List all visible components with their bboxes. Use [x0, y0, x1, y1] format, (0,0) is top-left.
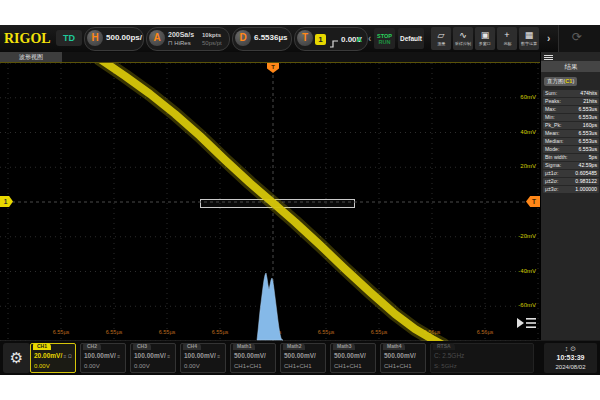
channel-box-ch3[interactable]: CH3100.00mV/ ≡0.00V	[130, 343, 176, 373]
stat-label: Sigma:	[545, 162, 561, 169]
channel-coupling-icons: ≡	[216, 353, 220, 359]
channel-box-math3[interactable]: Math3500.00mV/CH1+CH1	[330, 343, 376, 373]
stat-row: Mean:6.553us	[543, 130, 599, 137]
acquisition-control[interactable]: A 200Sa/s ⊓ HiRes 10kpts 50ps/pt	[146, 27, 230, 51]
stat-value: 6.553us	[579, 130, 597, 137]
channel-coupling-icons: ≡	[116, 353, 120, 359]
channel-box-math2[interactable]: Math2500.00mV/CH1+CH1	[280, 343, 326, 373]
channel-scale: 500.00mV/	[384, 352, 416, 359]
stat-row: Min:6.553us	[543, 114, 599, 121]
results-header: 结果	[541, 61, 600, 72]
stat-row: Median:6.553us	[543, 138, 599, 145]
trigger-control[interactable]: T 1 0.00V A	[294, 27, 368, 51]
channel-name: Math4	[383, 343, 405, 350]
channel-offset: 0.00V	[134, 363, 150, 369]
a-knob-icon[interactable]: A	[149, 30, 165, 46]
stat-value: 474hits	[580, 90, 597, 97]
chip-prefix: 直方图(	[547, 78, 565, 84]
top-bar: RIGOL TD H 500.00ps/ A 200Sa/s ⊓ HiRes 1…	[0, 25, 600, 53]
tool-button-digital-operation[interactable]: ▦数字运算	[519, 27, 539, 50]
stat-row: μ±1σ:0.605485	[543, 170, 599, 177]
acquire-control-icon: ∿	[459, 30, 467, 41]
waveform-display[interactable]: 6.55µs6.55µs6.55µs6.55µs6.55µs6.55µs6.55…	[0, 62, 540, 341]
channel-offset: 0.00V	[34, 363, 50, 369]
beeper-icon: ⊙	[570, 345, 576, 352]
stat-value: 160ps	[583, 122, 597, 129]
channel-offset: CH1+CH1	[334, 363, 362, 369]
trigger-sweep-mode: A	[356, 35, 362, 44]
channel-scale: 100.00mV/ ≡	[134, 352, 170, 359]
stat-row: Peaks:21hits	[543, 98, 599, 105]
hamburger-icon[interactable]	[544, 54, 553, 61]
stat-row: Sum:474hits	[543, 90, 599, 97]
channel-box-rtsa[interactable]: RTSAC: 2.5GHzS: 5GHz	[430, 343, 534, 373]
trigger-delay-value: 6.5536µs	[254, 33, 288, 42]
tab-waveform-view[interactable]: 波形视图	[0, 52, 62, 62]
h-knob-icon[interactable]: H	[87, 30, 103, 46]
channel-scale: 500.00mV/	[234, 352, 266, 359]
horizontal-scale-control[interactable]: H 500.00ps/	[84, 27, 144, 51]
stat-label: Max:	[545, 106, 556, 113]
channel-scale: 100.00mV/ ≡	[84, 352, 120, 359]
measure-icon: ▱	[438, 30, 445, 41]
histogram-source-chip[interactable]: 直方图(C1)	[544, 77, 577, 86]
channel-offset: CH1+CH1	[234, 363, 262, 369]
tool-button-acquire-control[interactable]: ∿采样控制	[453, 27, 473, 50]
trigger-mode-indicator[interactable]: TD	[56, 30, 82, 46]
default-button[interactable]: Default	[398, 28, 424, 49]
run-stop-button[interactable]: STOP RUN	[374, 28, 395, 49]
channel-coupling-icons: ≡ Ω	[62, 353, 71, 359]
chevron-right-icon[interactable]: ›	[547, 33, 550, 44]
chip-suffix: )	[572, 78, 574, 84]
channel-offset: 0.00V	[84, 363, 100, 369]
trigger-delay-control[interactable]: D 6.5536µs	[232, 27, 292, 51]
refresh-icon[interactable]: ⟳	[572, 30, 582, 44]
channel-offset: S: 5GHz	[434, 363, 457, 369]
settings-gear-button[interactable]: ⚙	[3, 343, 30, 373]
tool-button-cursor[interactable]: +光标	[497, 27, 517, 50]
channel-box-ch1[interactable]: CH120.00mV/ ≡ Ω0.00V	[30, 343, 76, 373]
channel-name: CH3	[133, 343, 151, 350]
channel-name: CH1	[33, 343, 51, 350]
run-label: RUN	[379, 39, 391, 45]
channel-offset: 0.00V	[184, 363, 200, 369]
channel-box-ch2[interactable]: CH2100.00mV/ ≡0.00V	[80, 343, 126, 373]
tool-label: 采样控制	[455, 41, 471, 46]
channel-offset: CH1+CH1	[384, 363, 412, 369]
results-panel: 结果 直方图(C1) Sum:474hitsPeaks:21hitsMax:6.…	[540, 52, 600, 340]
stat-row: μ±2σ:0.983122	[543, 178, 599, 185]
stat-label: Median:	[545, 138, 563, 145]
oscilloscope-screen: RIGOL TD H 500.00ps/ A 200Sa/s ⊓ HiRes 1…	[0, 25, 600, 375]
tool-button-measure[interactable]: ▱测量	[431, 27, 451, 50]
channel-name: RTSA	[433, 343, 455, 350]
toolbar-icons: ▱测量∿采样控制▣多窗口+光标▦数字运算	[431, 27, 539, 50]
stat-value: 42.59ps	[579, 162, 597, 169]
d-knob-icon[interactable]: D	[235, 30, 251, 46]
tool-button-multi-window[interactable]: ▣多窗口	[475, 27, 495, 50]
stat-row: Pk_Pk:160ps	[543, 122, 599, 129]
trigger-slope-icon	[329, 35, 339, 53]
channel-box-math1[interactable]: Math1500.00mV/CH1+CH1	[230, 343, 276, 373]
t-knob-icon[interactable]: T	[297, 30, 313, 46]
stat-label: μ±1σ:	[545, 170, 558, 177]
channel-scale: 100.00mV/ ≡	[184, 352, 220, 359]
stat-label: μ±3σ:	[545, 186, 558, 193]
stat-row: Sigma:42.59ps	[543, 162, 599, 169]
channel-offset: CH1+CH1	[284, 363, 312, 369]
sample-interval: 50ps/pt	[202, 39, 222, 47]
status-clock-box[interactable]: ↕ ⊙ 10:53:39 2024/08/02	[544, 343, 597, 373]
screenshot-page: RIGOL TD H 500.00ps/ A 200Sa/s ⊓ HiRes 1…	[0, 0, 600, 400]
tool-label: 数字运算	[521, 41, 537, 46]
tool-label: 多窗口	[479, 41, 491, 46]
stat-value: 0.605485	[575, 170, 597, 177]
stat-value: 6.553us	[579, 138, 597, 145]
tool-label: 光标	[503, 41, 511, 46]
square-wave-icon: ⊓	[168, 40, 173, 46]
channel-box-ch4[interactable]: CH4100.00mV/ ≡0.00V	[180, 343, 226, 373]
tab-strip: 波形视图	[0, 52, 540, 62]
menu-expand-icon[interactable]	[515, 315, 539, 335]
stat-label: Mode:	[545, 146, 559, 153]
channel-box-math4[interactable]: Math4500.00mV/CH1+CH1	[380, 343, 426, 373]
chevron-left-icon[interactable]: ‹	[368, 33, 371, 44]
stat-row: Max:6.553us	[543, 106, 599, 113]
